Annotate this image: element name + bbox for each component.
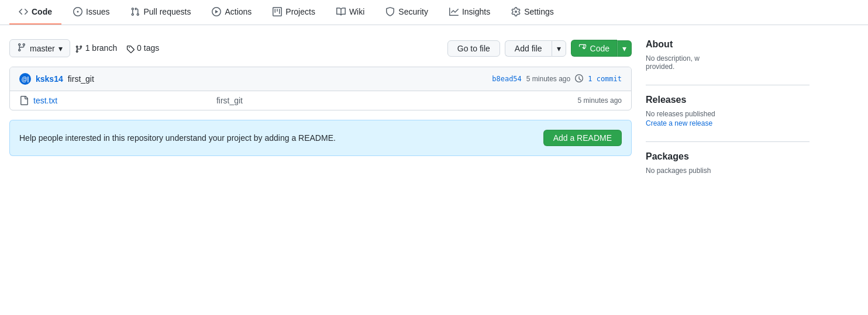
readme-banner-text: Help people interested in this repositor… [19,133,336,143]
sidebar-packages: Packages No packages publish [646,151,810,175]
packages-text: No packages publish [646,167,810,175]
chevron-down-icon: ▾ [58,44,63,53]
branch-selector[interactable]: master ▾ [9,39,70,57]
clock-icon [575,74,583,84]
branch-meta: 1 branch 0 tags [75,43,159,53]
tab-insights-label: Insights [462,7,490,16]
sidebar: About No description, w provided. Releas… [646,39,810,189]
releases-title: Releases [646,95,810,105]
branch-name: master [30,44,55,53]
commit-row: @| ksks14 first_git b8ead54 5 minutes ag… [10,67,631,91]
sidebar-divider-1 [646,85,810,85]
file-name-link[interactable]: test.txt [33,96,212,105]
code-dropdown: Code ▾ [571,40,632,57]
sidebar-about: About No description, w provided. [646,39,810,71]
file-table: @| ksks14 first_git b8ead54 5 minutes ag… [9,67,632,110]
branch-icon [17,43,26,54]
avatar-text: @| [22,76,29,82]
pr-icon [130,7,140,16]
settings-icon [511,7,521,16]
security-icon [385,7,395,16]
action-buttons: Go to file Add file ▾ Code ▾ [447,40,632,57]
code-icon [19,7,28,16]
tab-insights[interactable]: Insights [440,0,500,25]
commit-time: 5 minutes ago [526,75,570,83]
tag-count: 0 tags [137,43,159,53]
repo-content: master ▾ 1 branch 0 tags Go to [9,39,632,189]
packages-title: Packages [646,151,810,162]
commit-meta: b8ead54 5 minutes ago 1 commit [492,74,622,84]
commit-count-link[interactable]: 1 commit [588,75,622,83]
top-nav: Code Issues Pull requests Actions Projec… [0,0,868,25]
tab-settings[interactable]: Settings [502,0,563,25]
tag-icon [126,43,137,53]
go-to-file-button[interactable]: Go to file [447,40,500,57]
file-time: 5 minutes ago [578,96,622,105]
add-file-button[interactable]: Add file [505,40,552,57]
tag-count-link[interactable]: 0 tags [126,43,159,53]
tab-code-label: Code [32,7,52,16]
tab-wiki[interactable]: Wiki [327,0,374,25]
wiki-icon [336,7,346,16]
tab-settings-label: Settings [524,7,554,16]
tab-issues-label: Issues [86,7,109,16]
insights-icon [449,7,459,16]
tab-pr-label: Pull requests [143,7,191,16]
tab-projects[interactable]: Projects [263,0,325,25]
tab-pull-requests[interactable]: Pull requests [121,0,200,25]
commit-hash-link[interactable]: b8ead54 [492,75,522,83]
branch-count: 1 branch [85,43,117,53]
tab-issues[interactable]: Issues [64,0,119,25]
add-file-dropdown: Add file ▾ [505,40,566,57]
readme-banner: Help people interested in this repositor… [9,120,632,156]
tab-wiki-label: Wiki [349,7,364,16]
about-description: No description, w provided. [646,54,810,71]
table-row: test.txt first_git 5 minutes ago [10,91,631,110]
file-commit-message: first_git [216,96,573,105]
releases-text: No releases published [646,110,810,118]
sidebar-divider-2 [646,141,810,142]
main-content: master ▾ 1 branch 0 tags Go to [0,25,819,203]
avatar: @| [19,73,31,85]
about-title: About [646,39,810,50]
tab-security[interactable]: Security [376,0,438,25]
tab-security-label: Security [398,7,428,16]
download-icon [578,43,587,53]
tab-actions[interactable]: Actions [202,0,261,25]
branch-bar: master ▾ 1 branch 0 tags Go to [9,39,632,57]
add-readme-button[interactable]: Add a README [543,130,622,146]
code-download-button[interactable]: Code [571,40,617,57]
sidebar-releases: Releases No releases published Create a … [646,95,810,127]
code-button-label: Code [590,44,609,53]
tab-actions-label: Actions [225,7,252,16]
file-icon [19,96,29,105]
issue-icon [73,7,82,16]
projects-icon [273,7,282,16]
about-text-2: provided. [646,63,674,71]
branch-icon-small [75,43,85,53]
tab-code[interactable]: Code [9,0,61,25]
commit-author-link[interactable]: ksks14 [36,74,63,84]
actions-icon [212,7,221,16]
tab-projects-label: Projects [285,7,315,16]
create-release-link[interactable]: Create a new release [646,119,712,127]
branch-count-link[interactable]: 1 branch [75,43,117,53]
commit-message: first_git [68,74,94,84]
about-text-1: No description, w [646,54,700,63]
add-file-dropdown-button[interactable]: ▾ [552,40,566,57]
code-dropdown-button[interactable]: ▾ [617,40,632,57]
